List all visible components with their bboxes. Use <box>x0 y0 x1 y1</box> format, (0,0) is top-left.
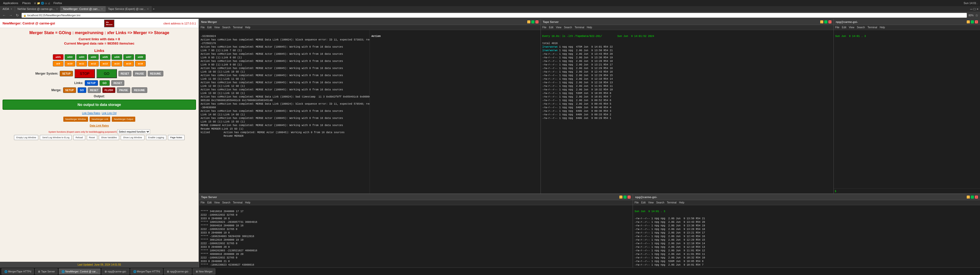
link-btn-add4[interactable]: add4 <box>88 54 99 60</box>
tab-newmerger[interactable]: NewMerger: Control @ carr... × <box>60 6 105 12</box>
new-merger-maximize[interactable]: □ <box>531 21 535 24</box>
tsb-close[interactable]: × <box>628 196 631 199</box>
npgb-menu-edit[interactable]: Edit <box>641 201 646 204</box>
npg-close[interactable]: × <box>975 21 978 24</box>
tsr-menu-terminal[interactable]: Terminal <box>574 26 584 29</box>
system-function-select[interactable]: Select required function <box>118 130 150 134</box>
merge-go-button[interactable]: GO <box>78 87 86 93</box>
merge-pause-button[interactable]: PAUSE <box>117 87 130 93</box>
tape-server-right-body[interactable]: Every 10.0s: ls -lth /TapeData/022-201/ … <box>541 30 834 193</box>
merge-flush-button[interactable]: FLUSH <box>102 87 115 93</box>
npg-minimize[interactable]: _ <box>967 21 970 24</box>
newmerger-link-button[interactable]: NewMerger Link <box>89 117 110 122</box>
tsr-menu-edit[interactable]: Edit <box>549 26 553 29</box>
merger-go-button[interactable]: GO <box>97 69 117 78</box>
back-button[interactable]: ← <box>2 13 6 17</box>
npgb-menu-terminal[interactable]: Terminal <box>667 201 676 204</box>
new-merger-menu-terminal[interactable]: Terminal <box>233 26 243 29</box>
link-btn-add3[interactable]: add3 <box>76 54 87 60</box>
npg-carme-bottom-body[interactable]: Sun Jun 9 14:01 . 3 -rw-r--r-- 1 npg npg… <box>633 205 980 267</box>
tape-server-right-minimize[interactable]: _ <box>820 21 823 24</box>
applications-menu[interactable]: Applications <box>2 2 19 5</box>
merge-reset-button[interactable]: RESET <box>88 87 101 93</box>
reset-button-bottom[interactable]: Reset <box>87 135 97 140</box>
tab-netvar[interactable]: NetVar Service @ carme-go... × <box>15 6 61 12</box>
links-reset-button[interactable]: RESET <box>111 80 124 86</box>
new-merger-menu-help[interactable]: Help <box>245 26 250 29</box>
newmerger-output-button[interactable]: NewMerger Output <box>112 117 135 122</box>
npg-bot-maximize[interactable]: □ <box>971 196 974 199</box>
close-tab-tape[interactable]: × <box>147 8 148 10</box>
tab-tape[interactable]: Tape Service (Expert) @ car... × <box>106 6 151 12</box>
minimize-window[interactable]: ─ <box>970 7 972 11</box>
forward-button[interactable]: → <box>8 13 13 17</box>
new-merger-menu-file[interactable]: File <box>200 26 205 29</box>
new-merger-menu-view[interactable]: View <box>214 26 220 29</box>
new-merger-menu-edit[interactable]: Edit <box>207 26 212 29</box>
link-data-rates-link[interactable]: Link Data Rates <box>82 112 100 115</box>
tsr-menu-file[interactable]: File <box>542 26 546 29</box>
close-window[interactable]: × <box>977 7 978 11</box>
taskbar-newmerger-control[interactable]: 🌐 NewMerger: Control @ car... <box>59 269 100 275</box>
tape-server-bottom-body[interactable]: ***** 34816016 2048000 17 17 2222 -18966… <box>199 205 633 267</box>
merger-setup-button[interactable]: SETUP <box>60 71 73 76</box>
npg-menu-search[interactable]: Search <box>857 26 865 29</box>
merger-stop-button[interactable]: STOP <box>75 69 95 78</box>
close-tab-aida[interactable]: × <box>11 8 12 10</box>
link-ctrl-link[interactable]: Link Link Ctrl <box>102 112 117 115</box>
link-btn-ac12[interactable]: ac12 <box>88 61 99 66</box>
output-button[interactable]: No output to data storage <box>3 100 196 110</box>
places-menu[interactable]: Places <box>21 2 32 5</box>
data-link-rates-link[interactable]: Data Link Rates <box>89 124 109 127</box>
bookmark-button[interactable]: ☆ <box>975 13 978 17</box>
npg-menu-terminal[interactable]: Terminal <box>867 26 877 29</box>
tsb-minimize[interactable]: _ <box>619 196 622 199</box>
merger-reset-button[interactable]: RESET <box>118 71 131 76</box>
npg-carme-body[interactable]: Sun Jun 9 14:01 . 3 <box>834 30 980 188</box>
link-btn-ac11[interactable]: ac11 <box>76 61 87 66</box>
npg-menu-view[interactable]: View <box>849 26 854 29</box>
page-notes-button[interactable]: Page Notes <box>168 135 185 140</box>
send-log-button[interactable]: Send Log Window to ELog <box>40 135 72 140</box>
merger-resume-button[interactable]: RESUME <box>148 71 163 76</box>
npg-menu-edit[interactable]: Edit <box>842 26 846 29</box>
reload-button[interactable]: Reload <box>73 135 85 140</box>
npg-bot-close[interactable]: × <box>975 196 978 199</box>
new-merger-menu-search[interactable]: Search <box>222 26 231 29</box>
tsb-menu-help[interactable]: Help <box>245 201 250 204</box>
url-bar[interactable]: 🔒 localhost:8115/NewMerger/NewMerger.tmi <box>21 13 967 18</box>
links-go-button[interactable]: GO <box>100 80 110 86</box>
link-btn-add2[interactable]: add2 <box>65 54 75 60</box>
link-btn-add6[interactable]: add6 <box>111 54 122 60</box>
reload-button[interactable]: ↻ <box>15 13 20 17</box>
tsb-menu-search[interactable]: Search <box>222 201 231 204</box>
npgb-menu-search[interactable]: Search <box>656 201 664 204</box>
link-btn-ac10[interactable]: ac10 <box>65 61 75 66</box>
new-tab-button[interactable]: + <box>151 7 156 10</box>
taskbar-npg-carme-gsi[interactable]: 🖥 npg@carme-gsi- <box>102 269 129 275</box>
merge-setup-button[interactable]: SETUP <box>63 87 76 93</box>
tsb-menu-file[interactable]: File <box>200 201 205 204</box>
taskbar-tape-server[interactable]: 🖥 Tape Server <box>35 269 58 275</box>
npgb-menu-view[interactable]: View <box>648 201 654 204</box>
npg-bot-minimize[interactable]: _ <box>967 196 970 199</box>
link-btn-ac13[interactable]: ac13 <box>100 61 110 66</box>
tsb-menu-terminal[interactable]: Terminal <box>233 201 243 204</box>
close-tab-netvar[interactable]: × <box>56 8 58 10</box>
npg-maximize[interactable]: □ <box>971 21 974 24</box>
npg-menu-file[interactable]: File <box>835 26 839 29</box>
new-merger-body-left[interactable]: -322893824 Action has coMAction has comp… <box>199 30 370 193</box>
tape-server-right-close[interactable]: × <box>829 21 832 24</box>
tape-server-right-maximize[interactable]: □ <box>824 21 827 24</box>
npgb-menu-help[interactable]: Help <box>679 201 684 204</box>
close-tab-newmerger[interactable]: × <box>101 8 103 10</box>
taskbar-merger-tape-httd-2[interactable]: 🌐 Merger/Tape HTTPd <box>130 269 163 275</box>
tsb-maximize[interactable]: □ <box>624 196 627 199</box>
merger-pause-button[interactable]: PAUSE <box>133 71 146 76</box>
show-log-button[interactable]: Show Log Window <box>121 135 145 140</box>
merge-resume-button[interactable]: RESUME <box>132 87 147 93</box>
tsr-menu-help[interactable]: Help <box>587 26 592 29</box>
npgb-menu-file[interactable]: File <box>635 201 638 204</box>
new-merger-close[interactable]: × <box>535 21 538 24</box>
show-variables-button[interactable]: Show Variables <box>99 135 119 140</box>
